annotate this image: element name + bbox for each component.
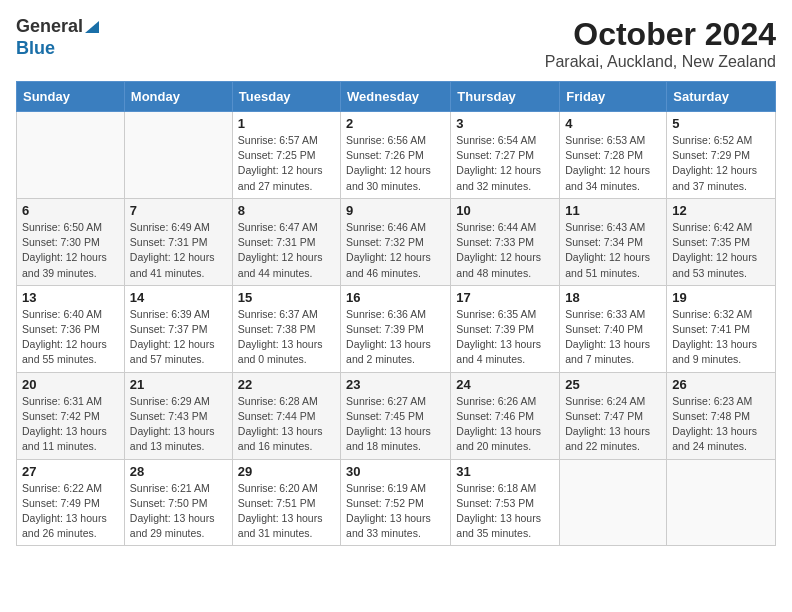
day-cell bbox=[124, 112, 232, 199]
day-detail: Sunrise: 6:49 AM Sunset: 7:31 PM Dayligh… bbox=[130, 221, 215, 279]
day-detail: Sunrise: 6:37 AM Sunset: 7:38 PM Dayligh… bbox=[238, 308, 323, 366]
day-number: 1 bbox=[238, 116, 335, 131]
day-number: 18 bbox=[565, 290, 661, 305]
day-detail: Sunrise: 6:42 AM Sunset: 7:35 PM Dayligh… bbox=[672, 221, 757, 279]
day-number: 21 bbox=[130, 377, 227, 392]
svg-marker-0 bbox=[85, 21, 99, 33]
calendar-table: SundayMondayTuesdayWednesdayThursdayFrid… bbox=[16, 81, 776, 546]
day-detail: Sunrise: 6:33 AM Sunset: 7:40 PM Dayligh… bbox=[565, 308, 650, 366]
col-header-sunday: Sunday bbox=[17, 82, 125, 112]
day-number: 9 bbox=[346, 203, 445, 218]
day-detail: Sunrise: 6:28 AM Sunset: 7:44 PM Dayligh… bbox=[238, 395, 323, 453]
week-row-1: 1Sunrise: 6:57 AM Sunset: 7:25 PM Daylig… bbox=[17, 112, 776, 199]
day-cell: 23Sunrise: 6:27 AM Sunset: 7:45 PM Dayli… bbox=[341, 372, 451, 459]
col-header-wednesday: Wednesday bbox=[341, 82, 451, 112]
day-cell: 11Sunrise: 6:43 AM Sunset: 7:34 PM Dayli… bbox=[560, 198, 667, 285]
week-row-5: 27Sunrise: 6:22 AM Sunset: 7:49 PM Dayli… bbox=[17, 459, 776, 546]
day-cell: 15Sunrise: 6:37 AM Sunset: 7:38 PM Dayli… bbox=[232, 285, 340, 372]
day-number: 28 bbox=[130, 464, 227, 479]
day-number: 8 bbox=[238, 203, 335, 218]
day-cell: 5Sunrise: 6:52 AM Sunset: 7:29 PM Daylig… bbox=[667, 112, 776, 199]
day-detail: Sunrise: 6:27 AM Sunset: 7:45 PM Dayligh… bbox=[346, 395, 431, 453]
day-number: 20 bbox=[22, 377, 119, 392]
day-detail: Sunrise: 6:32 AM Sunset: 7:41 PM Dayligh… bbox=[672, 308, 757, 366]
day-detail: Sunrise: 6:26 AM Sunset: 7:46 PM Dayligh… bbox=[456, 395, 541, 453]
day-cell: 12Sunrise: 6:42 AM Sunset: 7:35 PM Dayli… bbox=[667, 198, 776, 285]
day-detail: Sunrise: 6:44 AM Sunset: 7:33 PM Dayligh… bbox=[456, 221, 541, 279]
logo-icon bbox=[85, 17, 99, 33]
day-cell: 7Sunrise: 6:49 AM Sunset: 7:31 PM Daylig… bbox=[124, 198, 232, 285]
day-cell: 19Sunrise: 6:32 AM Sunset: 7:41 PM Dayli… bbox=[667, 285, 776, 372]
day-number: 3 bbox=[456, 116, 554, 131]
day-number: 5 bbox=[672, 116, 770, 131]
day-number: 2 bbox=[346, 116, 445, 131]
day-number: 23 bbox=[346, 377, 445, 392]
day-cell: 14Sunrise: 6:39 AM Sunset: 7:37 PM Dayli… bbox=[124, 285, 232, 372]
day-cell: 10Sunrise: 6:44 AM Sunset: 7:33 PM Dayli… bbox=[451, 198, 560, 285]
day-number: 31 bbox=[456, 464, 554, 479]
day-number: 14 bbox=[130, 290, 227, 305]
week-row-4: 20Sunrise: 6:31 AM Sunset: 7:42 PM Dayli… bbox=[17, 372, 776, 459]
day-detail: Sunrise: 6:52 AM Sunset: 7:29 PM Dayligh… bbox=[672, 134, 757, 192]
day-cell: 31Sunrise: 6:18 AM Sunset: 7:53 PM Dayli… bbox=[451, 459, 560, 546]
day-detail: Sunrise: 6:57 AM Sunset: 7:25 PM Dayligh… bbox=[238, 134, 323, 192]
day-detail: Sunrise: 6:18 AM Sunset: 7:53 PM Dayligh… bbox=[456, 482, 541, 540]
col-header-monday: Monday bbox=[124, 82, 232, 112]
day-number: 13 bbox=[22, 290, 119, 305]
day-cell: 18Sunrise: 6:33 AM Sunset: 7:40 PM Dayli… bbox=[560, 285, 667, 372]
day-cell: 13Sunrise: 6:40 AM Sunset: 7:36 PM Dayli… bbox=[17, 285, 125, 372]
day-detail: Sunrise: 6:22 AM Sunset: 7:49 PM Dayligh… bbox=[22, 482, 107, 540]
day-cell: 9Sunrise: 6:46 AM Sunset: 7:32 PM Daylig… bbox=[341, 198, 451, 285]
day-detail: Sunrise: 6:36 AM Sunset: 7:39 PM Dayligh… bbox=[346, 308, 431, 366]
day-number: 4 bbox=[565, 116, 661, 131]
day-number: 26 bbox=[672, 377, 770, 392]
col-header-saturday: Saturday bbox=[667, 82, 776, 112]
day-cell: 22Sunrise: 6:28 AM Sunset: 7:44 PM Dayli… bbox=[232, 372, 340, 459]
logo: General Blue bbox=[16, 16, 99, 59]
col-header-thursday: Thursday bbox=[451, 82, 560, 112]
day-cell: 3Sunrise: 6:54 AM Sunset: 7:27 PM Daylig… bbox=[451, 112, 560, 199]
day-detail: Sunrise: 6:20 AM Sunset: 7:51 PM Dayligh… bbox=[238, 482, 323, 540]
day-detail: Sunrise: 6:29 AM Sunset: 7:43 PM Dayligh… bbox=[130, 395, 215, 453]
day-number: 22 bbox=[238, 377, 335, 392]
day-cell: 21Sunrise: 6:29 AM Sunset: 7:43 PM Dayli… bbox=[124, 372, 232, 459]
day-number: 7 bbox=[130, 203, 227, 218]
day-cell: 27Sunrise: 6:22 AM Sunset: 7:49 PM Dayli… bbox=[17, 459, 125, 546]
calendar-header: SundayMondayTuesdayWednesdayThursdayFrid… bbox=[17, 82, 776, 112]
day-detail: Sunrise: 6:19 AM Sunset: 7:52 PM Dayligh… bbox=[346, 482, 431, 540]
day-detail: Sunrise: 6:31 AM Sunset: 7:42 PM Dayligh… bbox=[22, 395, 107, 453]
day-cell: 20Sunrise: 6:31 AM Sunset: 7:42 PM Dayli… bbox=[17, 372, 125, 459]
day-number: 30 bbox=[346, 464, 445, 479]
logo-text-general: General bbox=[16, 16, 83, 38]
day-detail: Sunrise: 6:23 AM Sunset: 7:48 PM Dayligh… bbox=[672, 395, 757, 453]
calendar-subtitle: Parakai, Auckland, New Zealand bbox=[545, 53, 776, 71]
day-number: 27 bbox=[22, 464, 119, 479]
day-number: 10 bbox=[456, 203, 554, 218]
day-detail: Sunrise: 6:56 AM Sunset: 7:26 PM Dayligh… bbox=[346, 134, 431, 192]
day-cell bbox=[560, 459, 667, 546]
page-header: General Blue October 2024 Parakai, Auckl… bbox=[16, 16, 776, 71]
day-cell: 6Sunrise: 6:50 AM Sunset: 7:30 PM Daylig… bbox=[17, 198, 125, 285]
day-number: 12 bbox=[672, 203, 770, 218]
day-detail: Sunrise: 6:54 AM Sunset: 7:27 PM Dayligh… bbox=[456, 134, 541, 192]
day-number: 11 bbox=[565, 203, 661, 218]
day-detail: Sunrise: 6:24 AM Sunset: 7:47 PM Dayligh… bbox=[565, 395, 650, 453]
day-cell bbox=[17, 112, 125, 199]
day-cell: 25Sunrise: 6:24 AM Sunset: 7:47 PM Dayli… bbox=[560, 372, 667, 459]
day-number: 29 bbox=[238, 464, 335, 479]
day-detail: Sunrise: 6:43 AM Sunset: 7:34 PM Dayligh… bbox=[565, 221, 650, 279]
day-detail: Sunrise: 6:53 AM Sunset: 7:28 PM Dayligh… bbox=[565, 134, 650, 192]
calendar-body: 1Sunrise: 6:57 AM Sunset: 7:25 PM Daylig… bbox=[17, 112, 776, 546]
week-row-2: 6Sunrise: 6:50 AM Sunset: 7:30 PM Daylig… bbox=[17, 198, 776, 285]
day-detail: Sunrise: 6:39 AM Sunset: 7:37 PM Dayligh… bbox=[130, 308, 215, 366]
col-header-tuesday: Tuesday bbox=[232, 82, 340, 112]
logo-text-blue: Blue bbox=[16, 38, 55, 60]
day-detail: Sunrise: 6:46 AM Sunset: 7:32 PM Dayligh… bbox=[346, 221, 431, 279]
day-detail: Sunrise: 6:21 AM Sunset: 7:50 PM Dayligh… bbox=[130, 482, 215, 540]
title-block: October 2024 Parakai, Auckland, New Zeal… bbox=[545, 16, 776, 71]
day-number: 6 bbox=[22, 203, 119, 218]
day-cell: 26Sunrise: 6:23 AM Sunset: 7:48 PM Dayli… bbox=[667, 372, 776, 459]
day-detail: Sunrise: 6:47 AM Sunset: 7:31 PM Dayligh… bbox=[238, 221, 323, 279]
day-number: 25 bbox=[565, 377, 661, 392]
week-row-3: 13Sunrise: 6:40 AM Sunset: 7:36 PM Dayli… bbox=[17, 285, 776, 372]
